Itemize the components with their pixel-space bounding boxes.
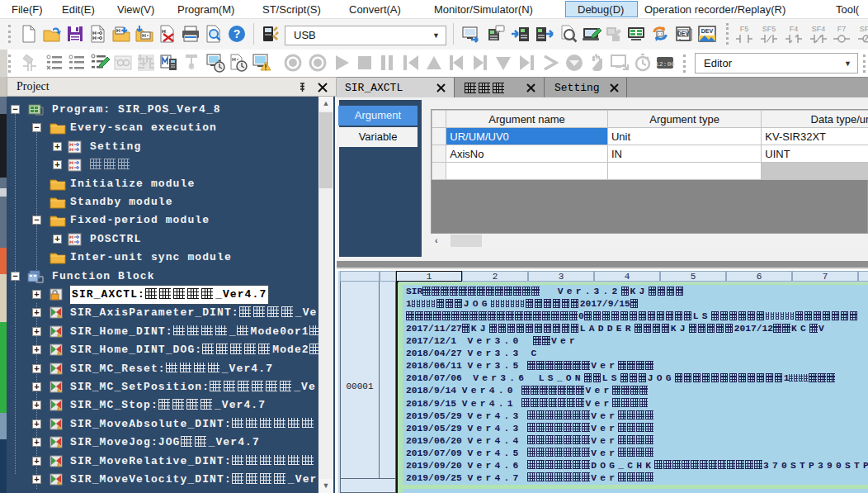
svg-text:DEV: DEV <box>701 28 714 34</box>
svg-text:12:00: 12:00 <box>655 60 675 68</box>
svg-text:?: ? <box>234 27 241 40</box>
svg-text:DEV: DEV <box>677 31 690 36</box>
